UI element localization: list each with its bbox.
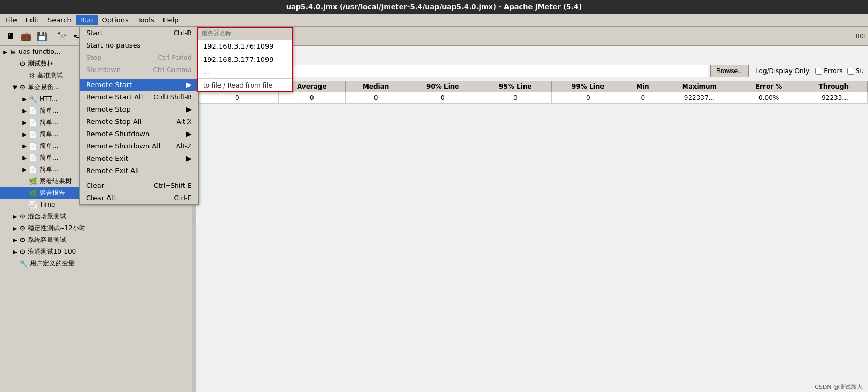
menu-help[interactable]: Help <box>159 15 183 25</box>
tree-arrow-simple1: ▶ <box>21 108 28 114</box>
run-menu-remote-start-all[interactable]: Remote Start All Ctrl+Shift-R <box>80 91 198 103</box>
tree-item-mixed[interactable]: ▶ ⚙ 混合场景测试 <box>0 210 192 222</box>
cell-average: 0 <box>278 92 345 104</box>
credit-text: CSDN @测试新人 <box>815 383 863 390</box>
run-menu-start[interactable]: Start Ctrl-R <box>80 27 198 39</box>
file-row: Browse... Log/Display Only: Errors Su <box>196 62 868 80</box>
tree-item-stability[interactable]: ▶ ⚙ 稳定性测试--12小时 <box>0 222 192 234</box>
title-bar: uap5.4.0.jmx (/usr/local/jmeter-5.4/uap/… <box>0 0 868 14</box>
tree-arrow-http: ▶ <box>21 96 28 102</box>
run-menu-start-no-pauses[interactable]: Start no pauses <box>80 39 198 51</box>
tree-label-user-var: 用户定义的变量 <box>30 259 75 268</box>
run-menu-shutdown-label: Shutdown <box>86 66 121 74</box>
run-menu-remote-shutdown-all-shortcut: Alt-Z <box>176 143 192 150</box>
errors-checkbox[interactable] <box>815 68 822 75</box>
status-bar: CSDN @测试新人 <box>809 382 868 392</box>
run-menu-clear-all[interactable]: Clear All Ctrl-E <box>80 192 198 204</box>
run-menu-start-label: Start <box>86 29 103 37</box>
run-menu-remote-stop-all-shortcut: Alt-X <box>176 118 191 126</box>
tree-icon-stability: ⚙ <box>19 224 26 232</box>
run-menu-clear-label: Clear <box>86 182 104 190</box>
tree-icon-surge: ⚙ <box>19 248 26 256</box>
run-menu-remote-shutdown-all[interactable]: Remote Shutdown All Alt-Z <box>80 140 198 152</box>
submenu-dots: ... <box>198 66 292 77</box>
binoculars-icon[interactable]: 🔭 <box>54 29 69 44</box>
cell-error: 0.00% <box>738 92 800 104</box>
tree-arrow-surge: ▶ <box>12 249 18 255</box>
tree-icon-mixed: ⚙ <box>19 213 26 221</box>
tree-label-simple4: 简单... <box>40 142 58 151</box>
submenu-header: 服务器名称 <box>198 28 292 40</box>
tree-label-simple5: 简单... <box>40 153 58 162</box>
run-menu-clear[interactable]: Clear Ctrl+Shift-E <box>80 179 198 192</box>
run-menu-remote-stop-all[interactable]: Remote Stop All Alt-X <box>80 115 198 128</box>
run-menu-remote-stop[interactable]: Remote Stop ▶ <box>80 103 198 115</box>
tree-label-capacity: 系统容量测试 <box>28 236 66 245</box>
success-label: Su <box>856 67 864 75</box>
tree-label-uas: uas-functio... <box>19 48 60 56</box>
tree-icon-simple1: 📄 <box>29 107 37 115</box>
submenu-separator <box>198 78 292 79</box>
run-menu-remote-exit[interactable]: Remote Exit ▶ <box>80 152 198 164</box>
run-menu-remote-shutdown[interactable]: Remote Shutdown ▶ <box>80 128 198 140</box>
col-maximum: Maximum <box>661 81 738 92</box>
time-display: 00: <box>856 33 866 40</box>
table-row: 0 0 0 0 0 0 0 922337... 0.00% -92233... <box>196 92 868 104</box>
run-menu-remote-start-label: Remote Start <box>86 81 132 89</box>
tree-icon-simple6: 📄 <box>29 166 37 174</box>
save-icon[interactable]: 💼 <box>19 29 34 44</box>
cell-99line: 0 <box>552 92 624 104</box>
submenu-host1[interactable]: 192.168.3.176:1099 <box>198 40 292 53</box>
tree-arrow-simple5: ▶ <box>21 155 28 161</box>
tree-arrow-mixed: ▶ <box>12 214 18 219</box>
tree-item-capacity[interactable]: ▶ ⚙ 系统容量测试 <box>0 234 192 246</box>
menu-options[interactable]: Options <box>98 15 133 25</box>
tree-label-aggregate: 聚合报告 <box>40 189 65 198</box>
col-95line: 95% Line <box>479 81 552 92</box>
run-menu-clear-shortcut: Ctrl+Shift-E <box>154 182 192 190</box>
tree-item-surge[interactable]: ▶ ⚙ 浪涌测试10-100 <box>0 246 192 257</box>
col-error: Error % <box>738 81 800 92</box>
run-menu-shutdown[interactable]: Shutdown Ctrl-Comma <box>80 64 198 76</box>
tree-label-baseline: 基准测试 <box>37 71 63 80</box>
menu-search[interactable]: Search <box>43 15 76 25</box>
menu-tools[interactable]: Tools <box>133 15 159 25</box>
tree-icon-http: 🔧 <box>29 95 37 103</box>
run-menu-remote-shutdown-arrow: ▶ <box>186 130 192 138</box>
tree-arrow-simple6: ▶ <box>21 167 28 173</box>
col-min: Min <box>624 81 661 92</box>
success-checkbox-group: Su <box>847 67 864 75</box>
run-menu-remote-start-all-label: Remote Start All <box>86 93 143 101</box>
tree-icon-view-tree: 🌿 <box>29 177 37 185</box>
browse-button[interactable]: Browse... <box>710 65 749 77</box>
menu-edit[interactable]: Edit <box>21 15 43 25</box>
tree-arrow-simple4: ▶ <box>21 143 28 149</box>
remote-start-submenu: 服务器名称 192.168.3.176:1099 192.168.3.177:1… <box>197 27 293 92</box>
submenu-host2[interactable]: 192.168.3.177:1099 <box>198 53 292 66</box>
tree-label-simple3: 简单... <box>40 130 58 139</box>
cell-samples: 0 <box>196 92 279 104</box>
run-menu-remote-exit-all[interactable]: Remote Exit All <box>80 164 198 177</box>
menu-file[interactable]: File <box>1 15 21 25</box>
tree-item-user-var[interactable]: 🔧 用户定义的变量 <box>0 257 192 269</box>
success-checkbox[interactable] <box>847 68 854 75</box>
tree-icon-capacity: ⚙ <box>19 236 26 244</box>
run-menu-separator-2 <box>80 178 198 178</box>
run-menu-remote-start[interactable]: Remote Start ▶ <box>80 79 198 91</box>
run-menu-remote-start-arrow: ▶ <box>186 81 192 89</box>
tree-icon-uas: 🖥 <box>10 48 17 56</box>
tree-icon-test-group: ⚙ <box>19 60 26 68</box>
col-through: Through <box>800 81 867 92</box>
errors-label: Errors <box>824 67 843 75</box>
tree-label-surge: 浪涌测试10-100 <box>28 247 76 256</box>
errors-checkbox-group: Errors <box>815 67 843 75</box>
disk-icon[interactable]: 💾 <box>35 29 50 44</box>
log-display-label: Log/Display Only: <box>755 67 811 75</box>
run-menu-stop[interactable]: Stop Ctrl-Period <box>80 51 198 64</box>
menu-run[interactable]: Run <box>76 15 98 25</box>
right-panel: Report Browse... Log/Display Only: Error… <box>196 46 868 392</box>
open-icon[interactable]: 🖥 <box>3 29 18 44</box>
menu-bar: File Edit Search Run Options Tools Help <box>0 14 868 27</box>
run-menu-remote-exit-all-label: Remote Exit All <box>86 167 139 175</box>
submenu-write-read[interactable]: to file / Read from file <box>198 80 292 91</box>
